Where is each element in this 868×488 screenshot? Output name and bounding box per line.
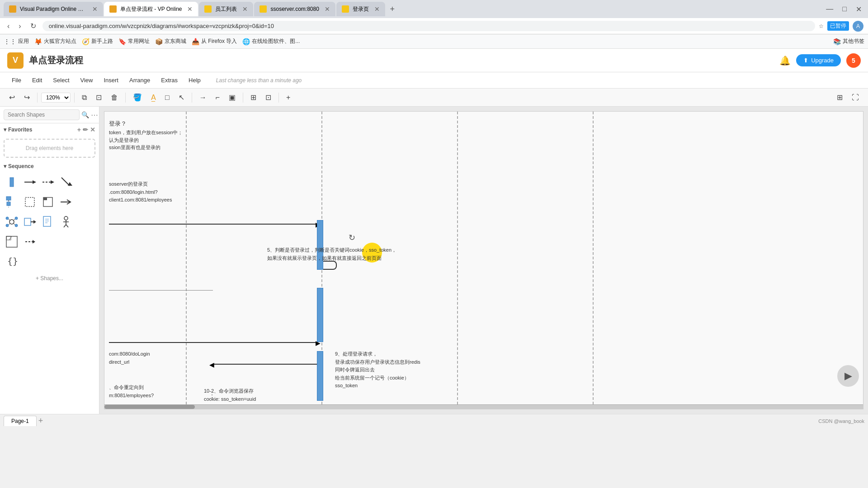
- shape-lifeline-left[interactable]: [4, 194, 20, 210]
- responsive-button[interactable]: ⊞: [833, 91, 846, 103]
- shape-document[interactable]: [40, 214, 56, 230]
- bookmark-newbie[interactable]: 🧭 新手上路: [82, 38, 113, 45]
- undo-button[interactable]: ↩: [5, 91, 19, 103]
- bookmark-other[interactable]: 📚 其他书签: [833, 38, 864, 45]
- shapes-more[interactable]: + Shapes...: [0, 272, 99, 285]
- shape-button[interactable]: □: [161, 92, 173, 103]
- shape-network[interactable]: [4, 214, 20, 230]
- bookmark-firefox[interactable]: 🦊 火狐官方站点: [34, 38, 76, 45]
- curly-braces-icon: {}: [5, 255, 18, 268]
- shape-diagonal-arrow[interactable]: [58, 174, 74, 190]
- shape-person[interactable]: [58, 214, 74, 230]
- shape-ref-box[interactable]: [22, 234, 38, 250]
- tab-title-vp2: 单点登录流程 - VP Online: [120, 5, 182, 13]
- play-overlay-button[interactable]: ▶: [837, 365, 859, 387]
- menu-view[interactable]: View: [76, 75, 98, 85]
- edit-favorite-icon[interactable]: ✏: [83, 126, 88, 133]
- shape-combined-fragment[interactable]: [4, 234, 20, 250]
- svg-rect-10: [25, 197, 34, 206]
- fill-options-button[interactable]: ▣: [225, 91, 239, 103]
- bookmark-common-label: 常用网址: [128, 38, 150, 45]
- tab-sso[interactable]: ssoserver.com:8080 ✕: [254, 2, 335, 16]
- shape-arrow-box[interactable]: [22, 214, 38, 230]
- h-scrollbar-thumb[interactable]: [104, 405, 195, 409]
- tab-vp1[interactable]: Visual Paradigm Online Dia... ✕: [4, 2, 103, 16]
- shape-arrow-dashed[interactable]: [40, 174, 56, 190]
- menu-help[interactable]: Help: [184, 75, 205, 85]
- menu-edit[interactable]: Edit: [28, 75, 47, 85]
- pointer-button[interactable]: ↖: [175, 91, 188, 103]
- more-options-icon[interactable]: ⋯: [91, 111, 98, 119]
- menu-arrange[interactable]: Arrange: [125, 75, 155, 85]
- minimize-button[interactable]: —: [823, 5, 836, 13]
- search-shapes-input[interactable]: [4, 109, 80, 120]
- fill-button[interactable]: 🪣: [129, 91, 146, 103]
- copy-button[interactable]: ⧉: [78, 92, 90, 103]
- zoom-select[interactable]: 120% 50% 75% 100% 150% 200%: [41, 93, 71, 103]
- waypoint-button[interactable]: ⌐: [212, 92, 223, 103]
- bookmark-firefox-label: 火狐官方站点: [44, 38, 76, 45]
- favorites-section-header[interactable]: ▾ Favorites + ✏ ✕: [0, 123, 99, 136]
- page-tab-1[interactable]: Page-1: [4, 416, 37, 426]
- menu-extras[interactable]: Extras: [156, 75, 182, 85]
- shape-arrow-open[interactable]: [58, 194, 74, 210]
- bookmark-apps[interactable]: ⋮⋮ 应用: [4, 38, 29, 45]
- tab-login[interactable]: 登录页 ✕: [336, 2, 385, 16]
- menu-file[interactable]: File: [7, 75, 26, 85]
- url-input[interactable]: online.visual-paradigm.com/w/vzcpnizk/di…: [42, 21, 815, 31]
- redo-button[interactable]: ↪: [20, 91, 33, 103]
- insert-button[interactable]: +: [283, 92, 294, 103]
- tab-close-employees[interactable]: ✕: [242, 5, 248, 13]
- back-button[interactable]: ‹: [5, 21, 12, 31]
- bell-icon[interactable]: 🔔: [779, 55, 791, 66]
- import-icon: 📥: [192, 38, 199, 45]
- search-icon[interactable]: 🔍: [81, 111, 89, 118]
- bookmark-online-draw-label: 在线绘图软件、图...: [252, 38, 300, 45]
- fullscreen-button[interactable]: ⛶: [848, 91, 863, 103]
- tab-close-vp2[interactable]: ✕: [187, 5, 193, 13]
- forward-button[interactable]: ›: [16, 21, 24, 31]
- delete-button[interactable]: 🗑: [107, 92, 122, 103]
- refresh-button[interactable]: ↻: [28, 21, 39, 31]
- canvas-area[interactable]: 登录？ token，查到用户放在session中；认为是登录的ssion里面有也…: [99, 107, 868, 414]
- profile-icon[interactable]: A: [853, 21, 863, 32]
- line-color-button[interactable]: A̲: [147, 91, 160, 103]
- sequence-arrow-icon: ▾: [4, 163, 6, 169]
- maximize-button[interactable]: □: [840, 5, 849, 13]
- upgrade-button[interactable]: ⬆ Upgrade: [796, 54, 841, 66]
- diagram-more-options[interactable]: ⋮: [208, 389, 216, 399]
- bookmark-jd[interactable]: 📦 京东商城: [155, 38, 186, 45]
- tab-employees[interactable]: 员工列表 ✕: [199, 2, 253, 16]
- tab-close-vp1[interactable]: ✕: [92, 5, 98, 13]
- tab-close-sso[interactable]: ✕: [325, 5, 330, 13]
- network-icon: [5, 216, 18, 228]
- shape-box-dots[interactable]: [22, 194, 38, 210]
- h-scrollbar[interactable]: [104, 404, 863, 409]
- shape-frame-box[interactable]: [40, 194, 56, 210]
- bookmark-import[interactable]: 📥 从 Firefox 导入: [192, 38, 237, 45]
- align-button[interactable]: ⊞: [247, 91, 260, 103]
- bookmark-online-draw[interactable]: 🌐 在线绘图软件、图...: [242, 38, 300, 45]
- menu-insert[interactable]: Insert: [99, 75, 123, 85]
- tab-vp2[interactable]: 单点登录流程 - VP Online ✕: [104, 2, 198, 16]
- new-tab-button[interactable]: +: [386, 3, 399, 15]
- close-button[interactable]: ✕: [853, 5, 864, 14]
- favorites-arrow-icon: ▾: [4, 127, 6, 133]
- paste-button[interactable]: ⊡: [92, 91, 105, 103]
- connector-button[interactable]: →: [196, 92, 210, 103]
- refresh-icon: ↻: [349, 233, 355, 243]
- close-favorite-icon[interactable]: ✕: [90, 126, 95, 133]
- add-page-button[interactable]: +: [38, 416, 43, 426]
- add-favorite-icon[interactable]: +: [77, 126, 81, 133]
- shape-arrow-right[interactable]: [22, 174, 38, 190]
- menu-select[interactable]: Select: [48, 75, 74, 85]
- sequence-section-header[interactable]: ▾ Sequence: [0, 160, 99, 172]
- bookmark-common[interactable]: 🔖 常用网址: [118, 38, 150, 45]
- tab-close-login[interactable]: ✕: [374, 5, 380, 13]
- user-avatar[interactable]: 5: [846, 53, 861, 68]
- crop-button[interactable]: ⊡: [262, 91, 275, 103]
- shape-curly-braces[interactable]: {}: [4, 253, 20, 270]
- bookmark-star-icon[interactable]: ☆: [819, 23, 824, 29]
- pause-icon[interactable]: 已暂停: [827, 21, 849, 31]
- shape-activation-box[interactable]: [4, 174, 20, 190]
